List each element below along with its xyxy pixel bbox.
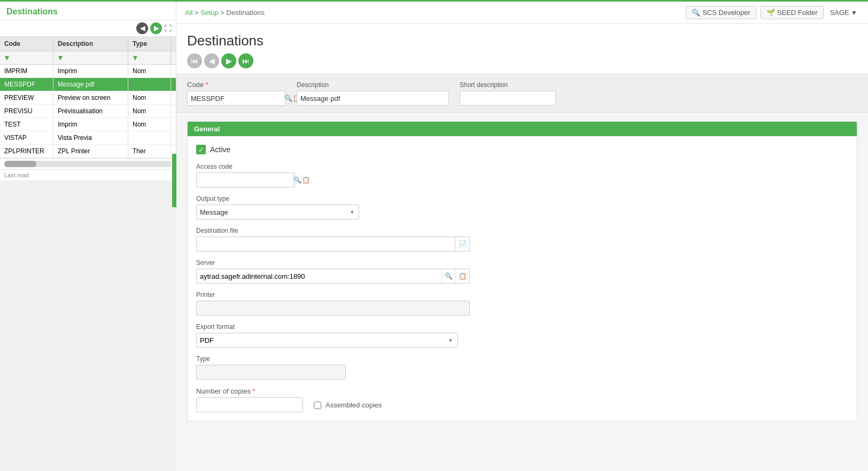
code-required-marker: * — [205, 81, 208, 89]
cell-desc: Preview on screen — [53, 91, 128, 104]
destination-file-browse-btn[interactable]: 📄 — [455, 237, 470, 252]
server-field: Server 🔍 📋 — [196, 259, 848, 284]
table-row[interactable]: VISTAP Vista Previa — [0, 131, 176, 145]
cell-type: Ther — [128, 145, 171, 158]
output-type-label: Output type — [196, 195, 848, 202]
sidebar-nav-prev[interactable]: ◀ — [136, 22, 148, 34]
filter-row: ▼ ▼ ▼ — [0, 51, 176, 65]
breadcrumb-all[interactable]: All — [185, 9, 192, 17]
num-copies-label: Number of copies * — [196, 387, 303, 395]
seed-folder-icon: 🌱 — [766, 9, 775, 17]
server-edit-icon[interactable]: 📋 — [455, 269, 469, 283]
cell-desc: Prévisualisation — [53, 105, 128, 117]
col-header-description: Description — [53, 37, 128, 51]
access-code-edit-icon[interactable]: 📋 — [301, 173, 310, 187]
active-checkbox[interactable]: ✓ — [196, 145, 206, 154]
cell-desc: Imprim — [53, 65, 128, 77]
seed-folder-btn[interactable]: 🌱 SEED Folder — [761, 6, 824, 19]
page-title: Destinations — [187, 33, 857, 49]
cell-desc: ZPL Printer — [53, 145, 128, 158]
breadcrumb-destinations: Destinations — [227, 9, 265, 17]
active-row: ✓ Active — [196, 145, 848, 154]
checkmark-icon: ✓ — [198, 146, 204, 154]
short-desc-field-group: Short description — [460, 81, 556, 106]
sidebar-title: Destinations — [0, 2, 176, 20]
browse-icon: 📄 — [459, 240, 467, 248]
main-content: All > Setup > Destinations 🔍 SCS Develop… — [176, 2, 868, 471]
filter-code-icon: ▼ — [3, 53, 11, 62]
side-tab — [172, 154, 176, 207]
general-section-header: General — [188, 122, 857, 136]
table-row[interactable]: PREVISU Prévisualisation Nom — [0, 105, 176, 118]
page-nav-prev[interactable]: ◀ — [204, 53, 219, 68]
printer-field: Printer — [196, 291, 848, 316]
cell-code: VISTAP — [0, 131, 53, 144]
assembled-copies-row: Assembled copies — [314, 401, 382, 412]
breadcrumb: All > Setup > Destinations — [185, 9, 265, 17]
description-label: Description — [297, 81, 449, 89]
code-input[interactable] — [188, 91, 284, 105]
cell-desc: Vista Previa — [53, 131, 128, 144]
col-header-type: Type — [128, 37, 171, 51]
cell-code: TEST — [0, 118, 53, 131]
scs-developer-btn[interactable]: 🔍 SCS Developer — [686, 6, 756, 19]
destination-file-field: Destination file 📄 — [196, 227, 848, 252]
destination-file-label: Destination file — [196, 227, 848, 234]
export-format-select[interactable]: PDF XLS CSV HTML — [197, 333, 458, 347]
breadcrumb-setup[interactable]: Setup — [200, 9, 219, 17]
type-field: Type — [196, 355, 848, 380]
page-nav-first[interactable]: ⏮ — [187, 53, 202, 68]
general-section-body: ✓ Active Access code 🔍 📋 Output type — [188, 136, 857, 421]
cell-type — [128, 78, 171, 91]
export-format-select-wrapper: PDF XLS CSV HTML — [196, 333, 458, 348]
sidebar-footer: Last read — [0, 169, 176, 180]
cell-type — [128, 131, 171, 144]
filter-type[interactable]: ▼ — [128, 51, 171, 64]
server-input[interactable] — [197, 269, 441, 283]
description-input[interactable] — [297, 91, 449, 106]
printer-label: Printer — [196, 291, 848, 299]
server-search-icon[interactable]: 🔍 — [441, 269, 455, 283]
cell-type: Nom — [128, 118, 171, 131]
copies-row: Number of copies * Assembled copies — [196, 387, 848, 412]
table-row[interactable]: IMPRIM Imprim Nom — [0, 65, 176, 78]
scroll-bar — [0, 158, 176, 169]
cell-type: Nom — [128, 105, 171, 117]
code-search-icon[interactable]: 🔍 — [284, 92, 292, 105]
general-section: General ✓ Active Access code 🔍 📋 — [187, 121, 857, 421]
sidebar-expand-btn[interactable]: ⛶ — [164, 24, 172, 33]
cell-type: Nom — [128, 91, 171, 104]
table-row[interactable]: TEST Imprim Nom — [0, 118, 176, 131]
cell-desc: Message pdf — [53, 78, 128, 91]
cell-code: MESSPDF — [0, 78, 53, 91]
table-row[interactable]: ZPLPRINTER ZPL Printer Ther — [0, 145, 176, 158]
export-format-field: Export format PDF XLS CSV HTML — [196, 323, 848, 348]
table-row[interactable]: PREVIEW Preview on screen Nom — [0, 91, 176, 105]
assembled-copies-checkbox[interactable] — [314, 402, 321, 409]
short-desc-input[interactable] — [460, 91, 556, 106]
col-header-code: Code — [0, 37, 53, 51]
access-code-search-icon[interactable]: 🔍 — [293, 173, 301, 187]
table-row[interactable]: MESSPDF Message pdf — [0, 78, 176, 91]
num-copies-input[interactable] — [196, 397, 303, 412]
output-type-select[interactable]: Message File Printer Email — [196, 205, 359, 219]
breadcrumb-bar: All > Setup > Destinations 🔍 SCS Develop… — [176, 2, 868, 24]
cell-desc: Imprim — [53, 118, 128, 131]
destination-file-input[interactable] — [196, 237, 470, 252]
filter-desc-icon: ▼ — [57, 53, 64, 62]
page-nav-next[interactable]: ▶ — [221, 53, 236, 68]
printer-input — [196, 301, 470, 316]
filter-code[interactable]: ▼ — [0, 51, 53, 64]
sidebar-nav-next[interactable]: ▶ — [150, 22, 162, 34]
server-input-wrapper: 🔍 📋 — [196, 269, 470, 284]
cell-code: ZPLPRINTER — [0, 145, 53, 158]
filter-description[interactable]: ▼ — [53, 51, 128, 64]
user-menu-btn[interactable]: SAGE ▼ — [828, 6, 859, 19]
breadcrumb-sep1: > — [195, 9, 200, 17]
scs-developer-icon: 🔍 — [692, 9, 700, 17]
top-actions: 🔍 SCS Developer 🌱 SEED Folder SAGE ▼ — [686, 6, 859, 19]
access-code-input[interactable] — [197, 173, 293, 187]
page-nav-last[interactable]: ⏭ — [238, 53, 253, 68]
num-copies-field: Number of copies * — [196, 387, 303, 412]
cell-type: Nom — [128, 65, 171, 77]
